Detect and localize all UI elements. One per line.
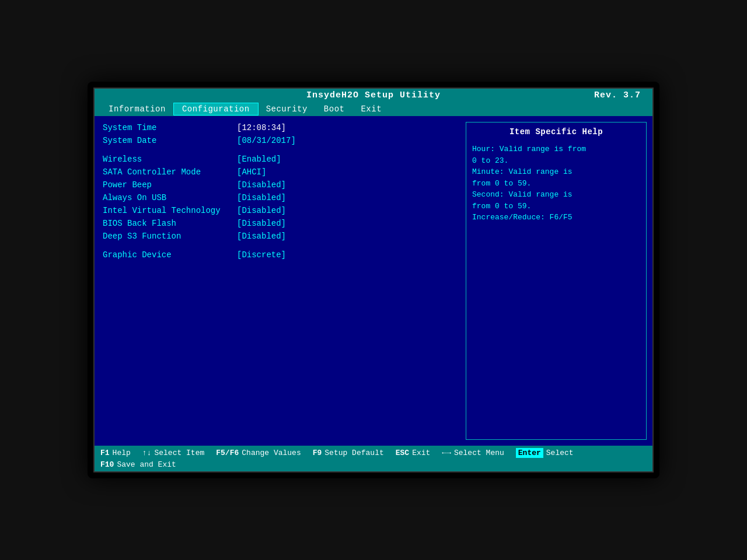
row-intel-vt[interactable]: Intel Virtual Technology [Disabled] [100,205,460,216]
row-wireless[interactable]: Wireless [Enabled] [100,153,460,165]
menu-item-configuration[interactable]: Configuration [174,103,258,115]
label-system-time: System Time [103,123,231,132]
row-system-time[interactable]: System Time [12:08:34] [100,122,460,134]
menu-item-exit[interactable]: Exit [352,103,390,115]
row-bios-back-flash[interactable]: BIOS Back Flash [Disabled] [100,218,460,229]
footer-esc: ESC Exit [396,448,431,458]
row-power-beep[interactable]: Power Beep [Disabled] [100,179,460,191]
value-wireless: [Enabled] [237,155,281,164]
desc-select-menu: Select Menu [454,449,504,457]
help-line-0: Hour: Valid range is from [472,144,640,155]
value-deep-s3: [Disabled] [237,232,286,241]
key-f1: F1 [100,449,110,457]
value-intel-vt: [Disabled] [237,206,286,215]
menu-item-security[interactable]: Security [258,103,316,115]
footer-f9: F9 Setup Default [313,448,384,458]
row-deep-s3[interactable]: Deep S3 Function [Disabled] [100,230,460,242]
footer-f5f6: F5/F6 Change Values [216,448,301,458]
label-system-date: System Date [103,136,231,145]
screen-bezel: InsydeH2O Setup Utility Rev. 3.7 Informa… [88,82,659,478]
footer-arrows-menu: ←→ Select Menu [442,448,504,458]
title-bar: InsydeH2O Setup Utility Rev. 3.7 [95,89,652,102]
row-always-on-usb[interactable]: Always On USB [Disabled] [100,192,460,204]
help-title: Item Specific Help [472,127,640,136]
key-esc: ESC [396,449,409,457]
bios-screen: InsydeH2O Setup Utility Rev. 3.7 Informa… [93,88,654,473]
main-content: System Time [12:08:34] System Date [08/3… [95,116,652,446]
bios-title: InsydeH2O Setup Utility [306,90,441,100]
label-always-on-usb: Always On USB [103,193,231,202]
desc-select: Select [546,449,574,457]
footer-f10: F10 Save and Exit [100,460,176,469]
label-bios-back-flash: BIOS Back Flash [103,219,231,228]
desc-change-values: Change Values [242,449,301,457]
key-arrows-lr: ←→ [442,449,451,457]
bottom-bar: F1 Help ↑↓ Select Item F5/F6 Change Valu… [95,446,652,471]
value-graphic-device: [Discrete] [237,250,286,260]
row-graphic-device[interactable]: Graphic Device [Discrete] [100,249,460,261]
revision-label: Rev. 3.7 [594,90,641,100]
value-bios-back-flash: [Disabled] [237,219,286,228]
row-sata[interactable]: SATA Controller Mode [AHCI] [100,166,460,178]
desc-setup-default: Setup Default [324,449,383,457]
key-arrows-ud: ↑↓ [142,449,152,457]
help-line-4: Second: Valid range is [472,189,640,201]
value-system-time: [12:08:34] [237,123,286,132]
key-f9: F9 [313,449,322,457]
desc-help: Help [113,449,131,457]
label-graphic-device: Graphic Device [103,250,231,260]
key-f10: F10 [100,460,114,469]
help-line-3: from 0 to 59. [472,178,640,190]
help-line-2: Minute: Valid range is [472,166,640,178]
help-line-5: from 0 to 59. [472,201,640,212]
value-sata: [AHCI] [237,167,266,177]
desc-exit: Exit [412,449,430,457]
footer-enter: Enter Select [516,448,574,458]
help-line-1: 0 to 23. [472,155,640,167]
spacer-1 [100,148,460,152]
key-f5f6: F5/F6 [216,449,239,457]
value-system-date: [08/31/2017] [237,136,296,145]
label-wireless: Wireless [103,155,231,164]
value-always-on-usb: [Disabled] [237,193,286,202]
help-panel: Item Specific Help Hour: Valid range is … [466,122,647,440]
footer-f1: F1 Help [100,448,131,458]
label-intel-vt: Intel Virtual Technology [103,206,231,215]
help-line-7: Increase/Reduce: F6/F5 [472,212,640,223]
footer-arrows-item: ↑↓ Select Item [142,448,204,458]
row-system-date[interactable]: System Date [08/31/2017] [100,135,460,146]
label-deep-s3: Deep S3 Function [103,232,231,241]
menu-item-information[interactable]: Information [100,103,174,115]
help-text: Hour: Valid range is from 0 to 23. Minut… [472,144,640,223]
desc-select-item: Select Item [154,449,204,457]
value-power-beep: [Disabled] [237,180,286,190]
key-enter: Enter [516,448,543,458]
menu-bar: Information Configuration Security Boot … [95,102,652,116]
left-panel: System Time [12:08:34] System Date [08/3… [100,122,460,440]
label-power-beep: Power Beep [103,180,231,190]
spacer-2 [100,243,460,248]
desc-save-exit: Save and Exit [117,460,176,469]
menu-item-boot[interactable]: Boot [316,103,353,115]
label-sata: SATA Controller Mode [103,167,231,177]
